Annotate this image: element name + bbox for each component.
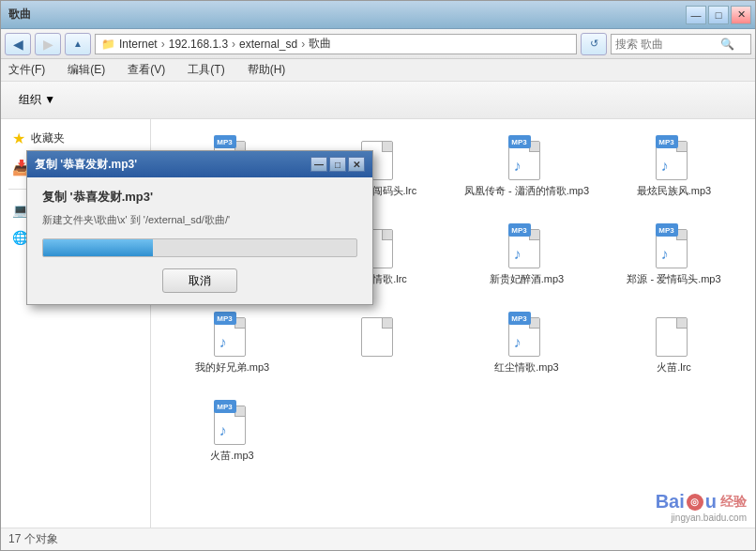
mp3-icon: MP3 ♪	[508, 223, 546, 268]
dialog-header-text: 复制 '恭喜发财.mp3'	[42, 189, 357, 206]
mp3-icon: MP3 ♪	[656, 223, 693, 268]
title-bar-label: 歌曲	[8, 7, 31, 23]
address-box[interactable]: 📁 Internet › 192.168.1.3 › external_sd ›…	[95, 34, 577, 54]
minimize-button[interactable]: —	[686, 6, 706, 24]
address-external: external_sd	[239, 38, 297, 51]
list-item[interactable]: MP3 ♪ 我的好兄弟.mp3	[160, 305, 304, 390]
dialog-maximize-button[interactable]: □	[329, 157, 346, 172]
mp3-icon: MP3 ♪	[656, 135, 693, 180]
address-bar-row: ◀ ▶ ▲ 📁 Internet › 192.168.1.3 › externa…	[1, 29, 755, 59]
dialog-title-label: 复制 '恭喜发财.mp3'	[35, 157, 137, 173]
maximize-button[interactable]: □	[708, 6, 729, 24]
forward-button[interactable]: ▶	[35, 33, 61, 55]
dialog-title-bar: 复制 '恭喜发财.mp3' — □ ✕	[27, 151, 372, 177]
list-item[interactable]: MP3 ♪ 凤凰传奇 - 瀟洒的情歌.mp3	[455, 129, 598, 213]
list-item[interactable]	[308, 305, 451, 390]
lrc-icon	[656, 312, 693, 357]
file-name: 郑源 - 爱情码头.mp3	[607, 272, 741, 286]
mp3-icon: MP3 ♪	[508, 135, 546, 180]
list-item[interactable]: MP3 ♪ 最炫民族风.mp3	[602, 129, 746, 213]
dialog-content: 复制 '恭喜发财.mp3' 新建文件夹\歌曲\x' 到 '/external_s…	[27, 177, 372, 304]
menu-view[interactable]: 查看(V)	[124, 60, 169, 80]
lrc-icon	[361, 312, 399, 357]
dialog-close-button[interactable]: ✕	[348, 157, 365, 172]
file-name: 我的好兄弟.mp3	[165, 360, 299, 375]
menu-edit[interactable]: 编辑(E)	[64, 60, 109, 80]
close-button[interactable]: ✕	[731, 6, 751, 24]
list-item[interactable]: MP3 ♪ 郑源 - 爱情码头.mp3	[602, 217, 746, 301]
file-name: 新贵妃醉酒.mp3	[460, 272, 594, 286]
copy-dialog: 复制 '恭喜发财.mp3' — □ ✕ 复制 '恭喜发财.mp3' 新建文件夹\…	[26, 150, 373, 305]
progress-bar-container	[42, 238, 357, 257]
file-name: 火苗.mp3	[165, 449, 299, 463]
dialog-title-bar-buttons: — □ ✕	[310, 157, 365, 172]
search-input[interactable]	[615, 38, 718, 51]
dialog-cancel-button[interactable]: 取消	[162, 268, 237, 293]
back-button[interactable]: ◀	[5, 33, 31, 55]
list-item[interactable]: MP3 ♪ 火苗.mp3	[160, 393, 304, 478]
file-name: 凤凰传奇 - 瀟洒的情歌.mp3	[460, 184, 594, 198]
menu-bar: 文件(F) 编辑(E) 查看(V) 工具(T) 帮助(H)	[1, 59, 755, 82]
mp3-icon: MP3 ♪	[214, 400, 251, 445]
menu-tools[interactable]: 工具(T)	[184, 60, 228, 80]
title-bar-buttons: — □ ✕	[686, 6, 751, 24]
toolbar: 组织 ▼	[1, 82, 755, 119]
up-button[interactable]: ▲	[65, 33, 91, 55]
sidebar-item-favorites[interactable]: ★ 收藏夹	[8, 127, 143, 150]
address-icon: 📁	[101, 38, 115, 51]
refresh-button[interactable]: ↺	[581, 33, 607, 55]
menu-help[interactable]: 帮助(H)	[244, 60, 290, 80]
status-count: 17 个对象	[8, 531, 58, 547]
sidebar-favorites-label: 收藏夹	[31, 130, 65, 146]
address-internet: Internet	[119, 38, 158, 51]
address-folder: 歌曲	[309, 36, 331, 52]
dialog-path-text: 新建文件夹\歌曲\x' 到 '/external_sd/歌曲/'	[42, 213, 357, 227]
list-item[interactable]: MP3 ♪ 红尘情歌.mp3	[455, 305, 598, 390]
file-name: 红尘情歌.mp3	[460, 360, 594, 375]
menu-file[interactable]: 文件(F)	[5, 60, 49, 80]
file-name: 火苗.lrc	[607, 360, 741, 375]
status-bar: 17 个对象	[1, 528, 755, 550]
address-ip: 192.168.1.3	[169, 38, 228, 51]
list-item[interactable]: 火苗.lrc	[602, 305, 746, 390]
search-box[interactable]: 🔍	[611, 34, 751, 54]
title-bar: 歌曲 — □ ✕	[1, 1, 755, 29]
star-icon: ★	[12, 130, 25, 147]
organize-button[interactable]: 组织 ▼	[8, 86, 66, 115]
file-name: 最炫民族风.mp3	[607, 184, 741, 198]
list-item[interactable]: MP3 ♪ 新贵妃醉酒.mp3	[455, 217, 598, 301]
progress-bar-fill	[43, 239, 153, 256]
mp3-icon: MP3 ♪	[214, 312, 251, 357]
mp3-icon: MP3 ♪	[508, 312, 546, 357]
dialog-minimize-button[interactable]: —	[310, 157, 327, 172]
search-icon: 🔍	[720, 38, 734, 51]
dialog-buttons: 取消	[42, 268, 357, 293]
